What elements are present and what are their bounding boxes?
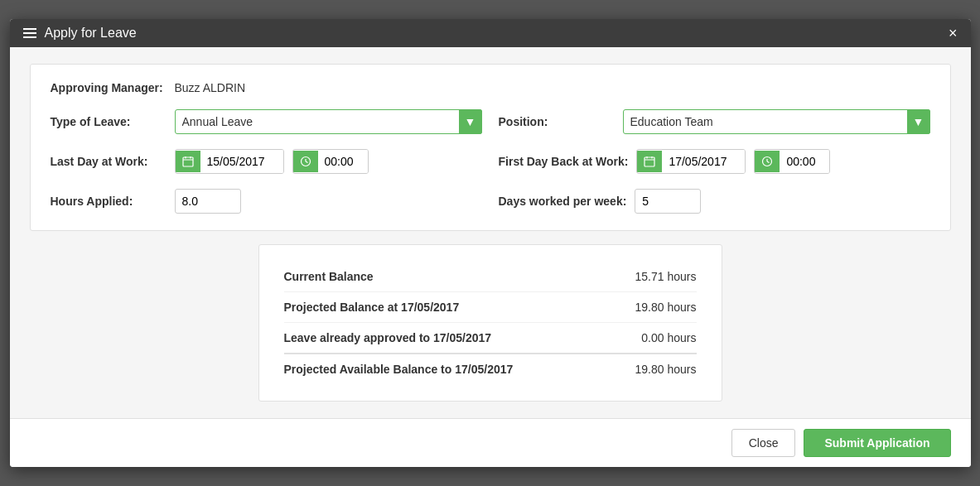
modal-footer: Close Submit Application bbox=[10, 418, 971, 467]
type-of-leave-select-wrapper: Annual Leave Sick Leave Personal Leave O… bbox=[175, 109, 482, 134]
available-balance-row: Projected Available Balance to 17/05/201… bbox=[284, 354, 697, 384]
approving-manager-label: Approving Manager: bbox=[51, 81, 167, 94]
projected-balance-row: Projected Balance at 17/05/2017 19.80 ho… bbox=[284, 292, 697, 323]
modal-header: Apply for Leave × bbox=[10, 19, 971, 47]
days-per-week-label: Days worked per week: bbox=[499, 195, 627, 208]
approving-manager-row: Approving Manager: Buzz ALDRIN bbox=[51, 81, 930, 94]
last-day-calendar-icon[interactable] bbox=[176, 151, 200, 172]
modal-body: Approving Manager: Buzz ALDRIN Type of L… bbox=[10, 47, 971, 418]
approved-balance-value: 0.00 hours bbox=[641, 331, 696, 344]
svg-line-6 bbox=[306, 161, 308, 163]
leave-position-row: Type of Leave: Annual Leave Sick Leave P… bbox=[51, 109, 930, 134]
last-day-clock-icon[interactable] bbox=[293, 151, 318, 172]
modal-title: Apply for Leave bbox=[45, 26, 137, 41]
available-balance-value: 19.80 hours bbox=[635, 363, 697, 376]
approved-balance-row: Leave already approved to 17/05/2017 0.0… bbox=[284, 323, 697, 354]
svg-line-13 bbox=[767, 161, 770, 163]
type-of-leave-select[interactable]: Annual Leave Sick Leave Personal Leave O… bbox=[175, 109, 482, 134]
apply-for-leave-modal: Apply for Leave × Approving Manager: Buz… bbox=[10, 19, 971, 467]
hours-applied-label: Hours Applied: bbox=[51, 195, 167, 208]
first-day-date-field[interactable] bbox=[662, 150, 745, 173]
first-day-calendar-icon[interactable] bbox=[637, 151, 662, 172]
modal-overlay: Apply for Leave × Approving Manager: Buz… bbox=[0, 0, 980, 486]
position-select[interactable]: Education Team bbox=[623, 109, 930, 134]
hours-applied-field[interactable] bbox=[175, 189, 241, 214]
first-day-date-input-wrapper bbox=[636, 149, 746, 174]
first-day-clock-icon[interactable] bbox=[755, 151, 780, 172]
last-day-time-field[interactable] bbox=[318, 150, 368, 173]
approved-balance-label: Leave already approved to 17/05/2017 bbox=[284, 331, 492, 344]
available-balance-label: Projected Available Balance to 17/05/201… bbox=[284, 363, 514, 376]
current-balance-value: 15.71 hours bbox=[635, 270, 697, 283]
dates-row: Last Day at Work: bbox=[51, 149, 930, 174]
last-day-date-input-wrapper bbox=[175, 149, 284, 174]
type-of-leave-label: Type of Leave: bbox=[51, 115, 167, 128]
first-day-time-field[interactable] bbox=[780, 150, 829, 173]
days-per-week-field[interactable] bbox=[635, 189, 701, 214]
balance-section: Current Balance 15.71 hours Projected Ba… bbox=[258, 244, 722, 402]
close-button[interactable]: Close bbox=[731, 429, 796, 457]
hours-days-row: Hours Applied: Days worked per week: bbox=[51, 189, 930, 214]
first-day-label: First Day Back at Work: bbox=[499, 155, 629, 168]
last-day-label: Last Day at Work: bbox=[51, 155, 167, 168]
first-day-time-input-wrapper bbox=[754, 149, 830, 174]
current-balance-row: Current Balance 15.71 hours bbox=[284, 262, 697, 292]
projected-balance-label: Projected Balance at 17/05/2017 bbox=[284, 301, 460, 314]
projected-balance-value: 19.80 hours bbox=[635, 301, 697, 314]
close-icon[interactable]: × bbox=[949, 26, 958, 41]
svg-rect-0 bbox=[183, 157, 193, 166]
last-day-time-input-wrapper bbox=[292, 149, 369, 174]
current-balance-label: Current Balance bbox=[284, 270, 374, 283]
form-section: Approving Manager: Buzz ALDRIN Type of L… bbox=[30, 64, 951, 231]
position-label: Position: bbox=[499, 115, 615, 128]
position-select-wrapper: Education Team ▼ bbox=[623, 109, 930, 134]
submit-application-button[interactable]: Submit Application bbox=[804, 429, 950, 457]
last-day-date-field[interactable] bbox=[200, 150, 283, 173]
hamburger-icon[interactable] bbox=[23, 28, 36, 38]
approving-manager-value: Buzz ALDRIN bbox=[175, 81, 246, 94]
svg-rect-7 bbox=[644, 157, 654, 166]
